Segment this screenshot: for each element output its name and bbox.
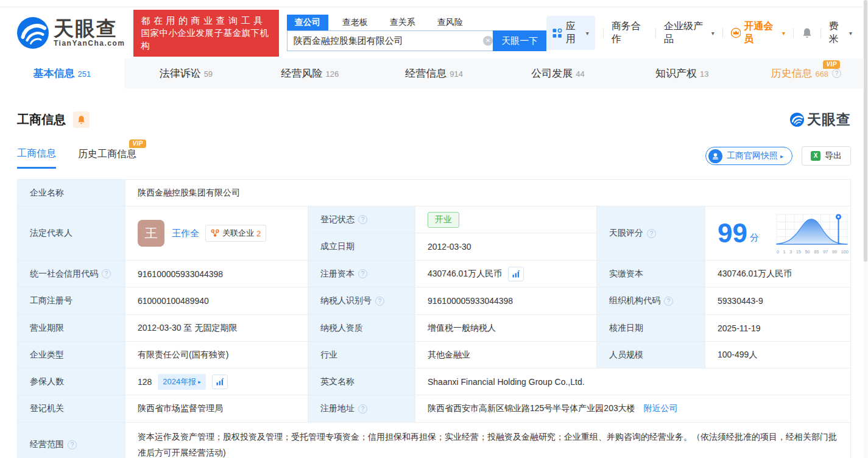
apps-menu-label: 应用	[566, 20, 584, 46]
stamp-icon	[708, 149, 722, 163]
help-icon[interactable]	[664, 297, 673, 306]
score-label: 天眼评分	[597, 206, 705, 261]
help-icon[interactable]	[375, 297, 384, 306]
english-name-value: Shaanxi Financial Holding Group Co.,Ltd.	[415, 368, 851, 395]
tab-operation-info[interactable]: 经营信息 914	[372, 58, 496, 88]
paid-capital-label: 实缴资本	[597, 261, 705, 287]
tab-basic-info[interactable]: 基本信息 251	[0, 58, 124, 88]
registry-label: 登记机关	[18, 395, 125, 423]
registry-value: 陕西省市场监督管理局	[125, 395, 308, 423]
legal-rep-avatar[interactable]: 王	[138, 220, 164, 247]
scrollbar-track	[863, 0, 868, 458]
search-tab-risk[interactable]: 查风险	[429, 15, 471, 30]
logo-domain: TianYanCha.com	[54, 39, 125, 48]
capital-chart-icon[interactable]	[508, 267, 524, 281]
company-type-value: 有限责任公司(国有独资)	[125, 342, 308, 368]
search-tab-company[interactable]: 查公司	[287, 15, 328, 30]
export-button[interactable]: 导出	[802, 146, 851, 166]
org-code-value: 59330443-9	[705, 287, 851, 315]
taxpayer-id-label: 纳税人识别号	[308, 287, 415, 315]
chevron-down-icon	[586, 30, 589, 37]
nav-business-cooperation[interactable]: 商务合作	[612, 20, 647, 46]
business-term-label: 营业期限	[18, 315, 125, 342]
scrollbar-thumb[interactable]	[864, 0, 867, 262]
subscribe-bell-icon[interactable]	[73, 111, 90, 128]
org-code-label: 组织机构代码	[597, 287, 705, 315]
company-section-tabs: 基本信息 251 法律诉讼 59 经营风险 126 经营信息 914 公司发展 …	[0, 58, 868, 88]
scope-value: 资本运作及资产管理；股权投资及管理；受托管理专项资金；信用担保和再担保；实业经营…	[125, 423, 851, 458]
help-icon[interactable]	[102, 269, 111, 278]
watermark-text: 天眼查	[807, 110, 851, 129]
user-menu[interactable]: 费米	[829, 20, 852, 46]
industry-label: 行业	[308, 342, 415, 368]
score-distribution-chart: 01 315 5085 9799 100	[772, 212, 853, 255]
divider	[793, 28, 794, 38]
tab-intellectual-property[interactable]: 知识产权 13	[620, 58, 744, 88]
status-badge: 开业	[428, 212, 459, 228]
tianyancha-logo[interactable]: 天眼查 TianYanCha.com	[17, 17, 125, 49]
score-chart-ticks: 01 315 5085 9799 100	[777, 249, 849, 255]
apps-menu-button[interactable]: 应用	[546, 16, 595, 50]
taxpayer-id-value: 916100005933044398	[415, 287, 597, 315]
nav-open-vip[interactable]: 开通会员	[731, 20, 785, 46]
tianyancha-watermark-icon	[790, 113, 804, 127]
legal-rep-name-link[interactable]: 王作全	[172, 228, 199, 239]
annual-report-badge[interactable]: 2024年报	[158, 374, 205, 390]
site-header: 天眼查 TianYanCha.com 都在用的商业查询工具 国家中小企业发展子基…	[0, 7, 868, 58]
search-tab-relation[interactable]: 查关系	[382, 15, 423, 30]
tab-legal-proceedings[interactable]: 法律诉讼 59	[124, 58, 249, 88]
table-row: 统一社会信用代码 916100005933044398 注册资本 430746.…	[18, 261, 851, 287]
help-icon[interactable]	[832, 69, 841, 78]
insured-label: 参保人数	[18, 368, 125, 395]
help-icon[interactable]	[358, 269, 367, 278]
help-icon[interactable]	[358, 404, 367, 414]
legal-rep-value: 王 王作全 关联企业 2	[125, 206, 308, 261]
business-info-table: 企业名称 陕西金融控股集团有限公司 法定代表人 王 王作全 关联企	[17, 179, 851, 458]
divider	[820, 28, 821, 38]
company-name-value: 陕西金融控股集团有限公司	[125, 180, 851, 206]
search-block: 查公司 查老板 查关系 查风险 天眼一下	[287, 15, 547, 51]
table-row: 经营范围 资本运作及资产管理；股权投资及管理；受托管理专项资金；信用担保和再担保…	[18, 423, 851, 458]
insured-value: 128 2024年报	[125, 368, 308, 395]
divider	[655, 28, 656, 38]
official-snapshot-button[interactable]: 工商官网快照	[705, 147, 792, 165]
established-label: 成立日期	[308, 233, 415, 261]
score-value: 99 分	[705, 206, 851, 261]
search-input[interactable]	[287, 30, 498, 51]
taxpayer-quality-label: 纳税人资质	[308, 315, 415, 342]
related-companies-badge[interactable]: 关联企业 2	[205, 225, 266, 242]
tab-history-info[interactable]: VIP 历史信息 668	[744, 58, 868, 88]
nearby-companies-link[interactable]: 附近公司	[644, 403, 678, 413]
help-icon[interactable]	[647, 229, 656, 238]
subtab-history-business-info[interactable]: VIP 历史工商信息	[78, 148, 136, 167]
approval-date-label: 核准日期	[597, 315, 705, 342]
help-icon[interactable]	[68, 440, 77, 449]
search-button[interactable]: 天眼一下	[493, 30, 546, 51]
table-row: 企业名称 陕西金融控股集团有限公司	[18, 180, 851, 206]
network-icon	[211, 229, 219, 238]
notifications-bell-icon[interactable]	[802, 27, 813, 39]
uscc-label: 统一社会信用代码	[18, 261, 125, 287]
address-label: 注册地址	[308, 395, 415, 423]
help-icon[interactable]	[358, 215, 367, 224]
chevron-down-icon	[782, 30, 785, 37]
username: 费米	[829, 20, 847, 46]
vip-badge: VIP	[823, 60, 840, 69]
reg-number-label: 工商注册号	[18, 287, 125, 315]
english-name-label: 英文名称	[308, 368, 415, 395]
crown-icon	[731, 27, 741, 38]
table-row: 企业类型 有限责任公司(国有独资) 行业 其他金融业 人员规模 100-499人	[18, 342, 851, 368]
nav-enterprise-products[interactable]: 企业级产品	[664, 20, 715, 46]
search-tab-boss[interactable]: 查老板	[334, 15, 376, 30]
scope-label: 经营范围	[18, 423, 125, 458]
company-type-label: 企业类型	[18, 342, 125, 368]
score-unit: 分	[750, 232, 759, 244]
insured-chart-icon[interactable]	[212, 375, 228, 389]
tab-company-development[interactable]: 公司发展 44	[496, 58, 620, 88]
logo-name: 天眼查	[54, 18, 125, 39]
brand-slogan-banner: 都在用的商业查询工具 国家中小企业发展子基金旗下机构	[133, 10, 278, 57]
approval-date-value: 2025-11-19	[705, 315, 851, 342]
subtab-business-info[interactable]: 工商信息	[17, 147, 56, 169]
divider	[603, 28, 604, 38]
tab-operation-risk[interactable]: 经营风险 126	[248, 58, 372, 88]
